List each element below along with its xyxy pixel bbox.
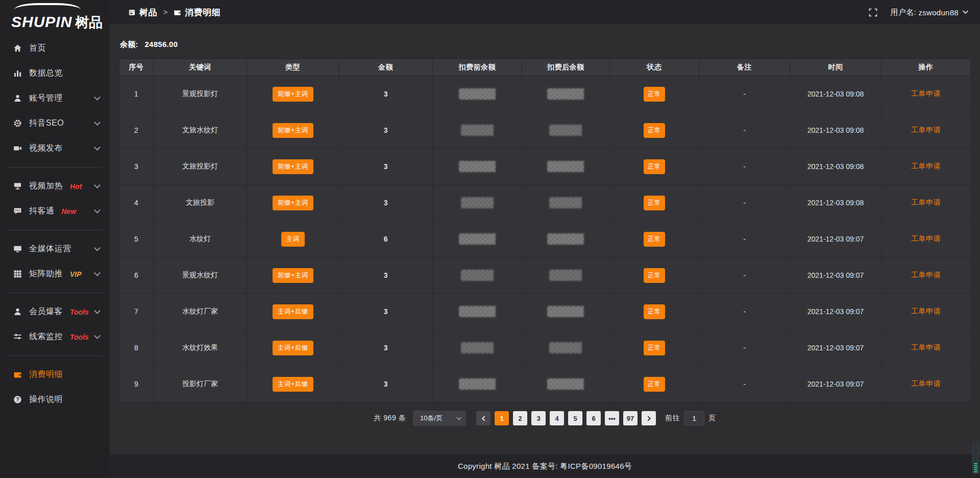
user-icon [12, 93, 22, 104]
status-badge: 正常 [644, 232, 665, 247]
cell-remark: - [699, 366, 790, 402]
cell-remark: - [699, 112, 790, 149]
chevron-down-icon [94, 307, 101, 314]
goto-page-input[interactable] [684, 411, 704, 425]
more-pages-button[interactable]: ••• [605, 411, 619, 425]
work-order-link[interactable]: 工单申请 [911, 379, 941, 388]
work-order-link[interactable]: 工单申请 [911, 234, 941, 243]
user-menu[interactable]: 用户名: zswodun88 [891, 8, 967, 17]
work-order-link[interactable]: 工单申请 [911, 198, 941, 206]
next-page-button[interactable] [642, 411, 656, 425]
work-order-link[interactable]: 工单申请 [911, 343, 941, 351]
sidebar-item-label: 首页 [29, 43, 46, 54]
cell-remark: - [699, 149, 790, 185]
sidebar-item-media-ops[interactable]: 全媒体运营 [0, 236, 110, 261]
page-button-4[interactable]: 4 [550, 411, 564, 425]
cell-remark: - [699, 185, 790, 221]
cell-action: 工单申请 [881, 112, 970, 149]
header-right: 用户名: zswodun88 [869, 8, 967, 17]
cell-time: 2021-12-03 09:08 [790, 149, 881, 185]
cell-amount: 3 [339, 149, 432, 185]
sidebar-item-tag: New [62, 207, 77, 216]
work-order-link[interactable]: 工单申请 [911, 307, 941, 315]
sidebar-item-home[interactable]: 首页 [0, 36, 110, 61]
page-button-3[interactable]: 3 [531, 411, 546, 425]
blurred-value [461, 342, 494, 353]
sidebar-item-douketong[interactable]: 抖客通 New [0, 199, 110, 224]
sidebar-item-video-pub[interactable]: 视频发布 [0, 136, 110, 161]
cell-amount: 3 [339, 257, 432, 294]
sidebar-item-douyin-seo[interactable]: 抖音SEO [0, 111, 110, 136]
sidebar-item-account[interactable]: 账号管理 [0, 86, 110, 111]
consumption-table: 序号关键词类型金额扣费前余额扣费后余额状态备注时间操作 1 景观投影灯 前缀+主… [119, 59, 971, 402]
blurred-value [459, 306, 496, 317]
cell-pre-balance [432, 366, 522, 402]
question-icon: ? [12, 395, 22, 405]
work-order-link[interactable]: 工单申请 [911, 126, 941, 134]
page-size-select[interactable]: 10条/页 [413, 411, 466, 426]
prev-page-button[interactable] [476, 411, 491, 425]
type-badge: 前缀+主词 [273, 159, 313, 174]
column-header: 时间 [790, 59, 881, 76]
balance-label: 余额: [120, 40, 138, 49]
sidebar-item-video-heat[interactable]: 视频加热 Hot [0, 174, 110, 199]
cell-remark: - [699, 257, 790, 294]
cell-status: 正常 [609, 185, 699, 221]
cell-action: 工单申请 [881, 257, 970, 294]
cell-post-balance [522, 294, 609, 330]
column-header: 操作 [881, 59, 970, 76]
cell-remark: - [699, 294, 790, 330]
cell-keyword: 文旅水纹灯 [153, 112, 247, 149]
cell-type: 主词+后缀 [247, 366, 339, 402]
sidebar-item-label: 账号管理 [29, 93, 63, 104]
column-header: 关键词 [153, 59, 247, 76]
video-icon [12, 144, 22, 154]
sidebar-item-help[interactable]: ? 操作说明 [0, 387, 110, 412]
sidebar-item-data[interactable]: 数据总览 [0, 61, 110, 86]
breadcrumb-separator: > [163, 8, 167, 16]
sidebar-item-label: 会员爆客 [29, 306, 63, 317]
breadcrumb-item[interactable]: 消费明细 [174, 7, 220, 18]
blurred-value [461, 125, 494, 136]
member-icon [12, 307, 22, 317]
cell-remark: - [699, 330, 790, 366]
table-row: 6 景观水纹灯 前缀+主词 3 正常 - 2021-12-03 09:07 工单… [119, 257, 971, 294]
chevron-down-icon [94, 144, 101, 151]
sidebar-item-label: 抖音SEO [29, 118, 64, 129]
table-row: 9 投影灯厂家 主词+后缀 3 正常 - 2021-12-03 09:07 工单… [119, 366, 971, 402]
sidebar-item-label: 视频发布 [29, 143, 63, 154]
column-header: 备注 [699, 59, 790, 76]
sidebar-item-consumption[interactable]: 消费明细 [0, 362, 110, 387]
blurred-value [461, 197, 494, 208]
page-button-2[interactable]: 2 [513, 411, 527, 425]
type-badge: 主词+后缀 [273, 304, 313, 319]
floating-widget[interactable] [972, 442, 979, 474]
cell-pre-balance [432, 149, 522, 185]
sidebar-item-clue[interactable]: 线索监控 Tools [0, 324, 110, 349]
cell-keyword: 景观水纹灯 [153, 257, 247, 294]
chevron-down-icon [94, 119, 101, 126]
menu-divider [7, 293, 103, 293]
sidebar-item-member[interactable]: 会员爆客 Tools [0, 299, 110, 324]
work-order-link[interactable]: 工单申请 [911, 271, 941, 279]
page-button-97[interactable]: 97 [623, 411, 638, 425]
cell-type: 前缀+主词 [247, 185, 339, 221]
breadcrumb-item[interactable]: 树品 [128, 7, 157, 18]
work-order-link[interactable]: 工单申请 [911, 162, 941, 170]
page-button-1[interactable]: 1 [495, 411, 509, 425]
sidebar-item-matrix[interactable]: 矩阵助推 VIP [0, 261, 110, 286]
cell-post-balance [522, 257, 609, 294]
cell-post-balance [522, 185, 609, 221]
blurred-value [547, 233, 584, 245]
page-button-6[interactable]: 6 [586, 411, 601, 425]
fullscreen-icon[interactable] [869, 8, 877, 17]
page-button-5[interactable]: 5 [568, 411, 582, 425]
cell-type: 前缀+主词 [247, 149, 339, 185]
sidebar-item-label: 消费明细 [29, 369, 63, 380]
chevron-down-icon [457, 415, 462, 420]
breadcrumb-label: 消费明细 [185, 7, 220, 18]
sidebar-item-label: 全媒体运营 [29, 244, 71, 254]
cell-remark: - [699, 76, 790, 112]
work-order-link[interactable]: 工单申请 [911, 89, 941, 98]
blurred-value [547, 161, 584, 172]
